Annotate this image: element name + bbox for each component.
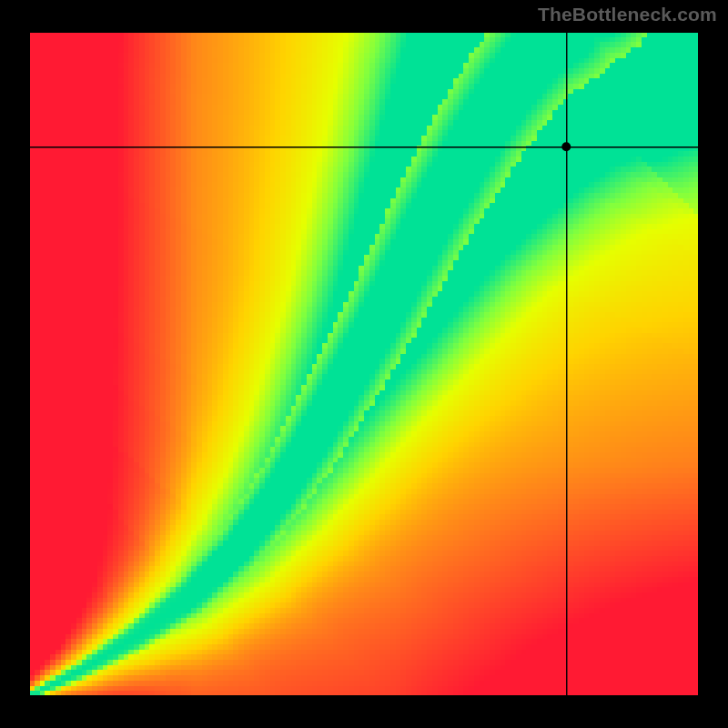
attribution-text: TheBottleneck.com xyxy=(538,4,717,25)
heatmap-plot xyxy=(29,32,699,696)
heatmap-canvas xyxy=(29,32,699,696)
